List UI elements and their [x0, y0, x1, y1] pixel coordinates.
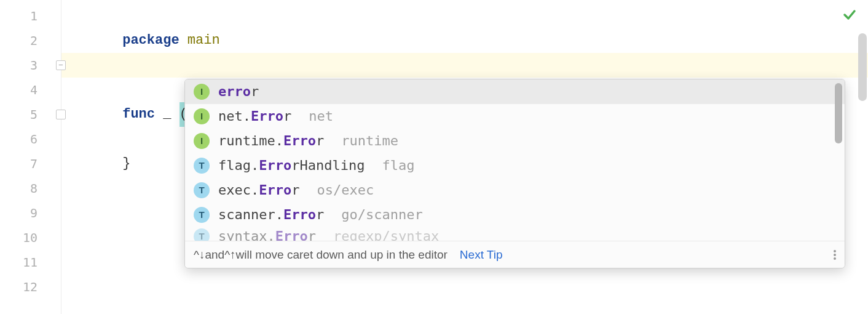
- more-menu-icon[interactable]: [834, 250, 836, 260]
- type-icon: T: [194, 182, 210, 198]
- completion-text: scanner.Error: [218, 203, 324, 227]
- completion-suffix: r: [291, 182, 299, 198]
- package-name: main: [187, 33, 220, 48]
- completion-item[interactable]: T flag.ErrorHandling flag: [185, 153, 845, 178]
- completion-match: Erro: [259, 158, 291, 173]
- completion-match: Erro: [259, 182, 291, 198]
- line-number: 8: [0, 176, 61, 201]
- completion-item[interactable]: I runtime.Error runtime: [185, 129, 845, 153]
- code-line-active[interactable]: func _ (erro) {: [61, 53, 868, 78]
- completion-text: syntax.Error: [218, 227, 316, 241]
- code-editor: 1 2 3 4 5 6 7 8 9 10 11 12 package main …: [0, 0, 868, 314]
- completion-text: net.Error: [218, 104, 291, 129]
- type-icon: T: [194, 228, 210, 241]
- completion-tail: go/scanner: [341, 203, 422, 227]
- completion-tail: net: [309, 104, 333, 129]
- status-ok-icon[interactable]: [842, 7, 857, 26]
- completion-item[interactable]: I net.Error net: [185, 104, 845, 129]
- editor-scrollbar[interactable]: [858, 33, 867, 101]
- completion-suffix: r: [308, 228, 316, 241]
- completion-prefix: scanner.: [218, 207, 283, 222]
- type-icon: T: [194, 207, 210, 223]
- fold-toggle-icon[interactable]: [56, 110, 66, 119]
- line-number: 7: [0, 151, 61, 176]
- completion-suffix: r: [316, 133, 324, 148]
- completion-match: Erro: [251, 108, 283, 124]
- completion-prefix: flag.: [218, 158, 259, 173]
- hint-text: will move caret down and up in the edito…: [236, 241, 448, 268]
- line-number: 2: [0, 28, 61, 53]
- shortcut-label: ^↑: [224, 241, 235, 268]
- code-line[interactable]: [61, 275, 868, 299]
- completion-suffix: r: [283, 108, 291, 124]
- hint-text: and: [205, 241, 224, 268]
- line-number: 3: [0, 53, 61, 78]
- line-number: 4: [0, 78, 61, 102]
- completion-prefix: runtime.: [218, 133, 283, 148]
- completion-text: flag.ErrorHandling: [218, 153, 365, 178]
- completion-suffix: r: [251, 84, 259, 99]
- completion-popup: I error I net.Error net I runt: [184, 79, 845, 268]
- completion-prefix: exec.: [218, 182, 259, 198]
- completion-hint-bar: ^↓ and ^↑ will move caret down and up in…: [185, 241, 845, 268]
- completion-item[interactable]: T scanner.Error go/scanner: [185, 203, 845, 227]
- completion-list[interactable]: I error I net.Error net I runt: [185, 79, 845, 241]
- completion-item[interactable]: T syntax.Error regexp/syntax: [185, 227, 845, 241]
- completion-tail: regexp/syntax: [333, 227, 439, 241]
- completion-item[interactable]: I error: [185, 79, 845, 104]
- space: [180, 33, 187, 48]
- completion-match: Erro: [275, 228, 308, 241]
- completion-item[interactable]: T exec.Error os/exec: [185, 178, 845, 203]
- line-number: 10: [0, 225, 61, 250]
- completion-suffix: rHandling: [291, 158, 365, 173]
- completion-tail: runtime: [341, 129, 398, 153]
- line-number: 6: [0, 127, 61, 151]
- line-number: 9: [0, 201, 61, 225]
- completion-match: Erro: [283, 207, 316, 222]
- code-text: }: [122, 156, 130, 171]
- fold-toggle-icon[interactable]: [56, 60, 66, 70]
- shortcut-label: ^↓: [194, 241, 205, 268]
- keyword: package: [122, 33, 179, 48]
- line-number: 1: [0, 4, 61, 28]
- line-number-gutter: 1 2 3 4 5 6 7 8 9 10 11 12: [0, 0, 61, 314]
- completion-text: runtime.Error: [218, 129, 324, 153]
- line-number: 5: [0, 102, 61, 127]
- code-area[interactable]: package main func _ (erro) { } I erro: [61, 0, 868, 314]
- line-number: 12: [0, 275, 61, 299]
- interface-icon: I: [194, 133, 210, 149]
- completion-text: error: [218, 79, 259, 104]
- completion-text: exec.Error: [218, 178, 299, 203]
- completion-prefix: syntax.: [218, 228, 275, 241]
- completion-prefix: net.: [218, 108, 251, 124]
- completion-match: Erro: [283, 133, 316, 148]
- line-number: 11: [0, 250, 61, 275]
- completion-suffix: r: [316, 207, 324, 222]
- completion-tail: flag: [382, 153, 414, 178]
- code-line[interactable]: package main: [61, 4, 868, 28]
- popup-scrollbar[interactable]: [835, 83, 842, 143]
- completion-tail: os/exec: [317, 178, 374, 203]
- interface-icon: I: [194, 84, 210, 100]
- type-icon: T: [194, 158, 210, 174]
- completion-match: erro: [218, 84, 251, 99]
- next-tip-link[interactable]: Next Tip: [460, 241, 503, 268]
- interface-icon: I: [194, 108, 210, 124]
